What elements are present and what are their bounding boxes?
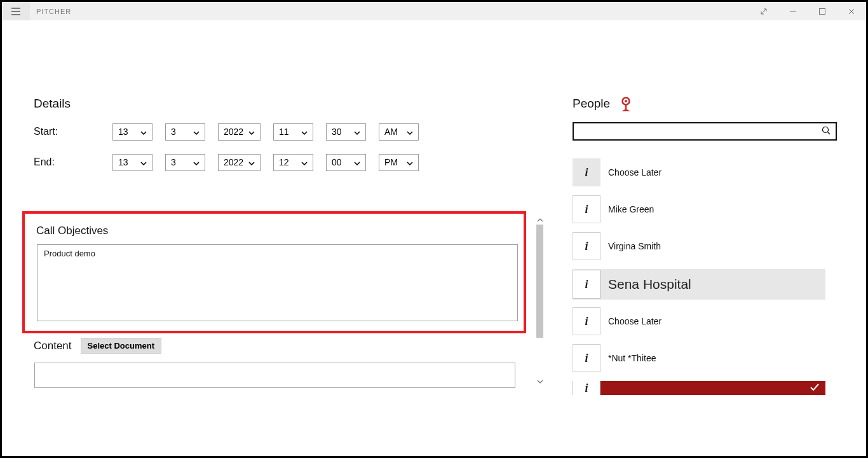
info-icon[interactable]: i (573, 381, 600, 395)
end-month-value: 3 (171, 157, 176, 167)
svg-rect-0 (820, 8, 825, 14)
app-title: PITCHER (30, 8, 71, 15)
people-item-label: Choose Later (608, 167, 661, 177)
call-objectives-heading: Call Objectives (36, 225, 108, 237)
details-pane: Details Start: 13 3 2022 11 30 AM End: 1… (34, 97, 542, 183)
close-icon[interactable] (837, 2, 866, 20)
start-month-select[interactable]: 3 (165, 123, 205, 141)
location-pin-icon (619, 97, 633, 111)
chevron-down-icon (193, 127, 200, 137)
fullscreen-icon[interactable] (749, 2, 778, 20)
people-search-input[interactable] (579, 127, 822, 137)
call-objectives-textarea[interactable]: Product demo (37, 244, 518, 321)
end-year-select[interactable]: 2022 (218, 154, 261, 171)
people-list: i Choose Later i Mike Green i Virgina Sm… (573, 158, 825, 395)
people-item-choose-later[interactable]: i Choose Later (573, 158, 825, 186)
info-icon[interactable]: i (573, 270, 600, 299)
start-year-value: 2022 (224, 127, 243, 137)
info-icon[interactable]: i (573, 307, 600, 335)
people-heading: People (573, 97, 610, 111)
people-item-label: *Nut *Thitee (608, 353, 656, 363)
chevron-down-icon (140, 157, 147, 167)
start-hour-value: 11 (279, 127, 289, 137)
content-heading: Content (34, 340, 72, 352)
end-minute-value: 00 (332, 157, 342, 167)
start-ampm-select[interactable]: AM (379, 123, 419, 141)
check-icon (810, 382, 819, 394)
chevron-down-icon (248, 127, 255, 137)
end-ampm-value: PM (384, 157, 398, 167)
menu-icon[interactable] (2, 2, 30, 20)
info-icon[interactable]: i (573, 195, 600, 223)
info-icon[interactable]: i (573, 158, 600, 186)
chevron-down-icon (354, 157, 360, 167)
scroll-down-icon[interactable] (535, 377, 545, 386)
chevron-down-icon (407, 127, 413, 137)
start-day-value: 13 (118, 127, 128, 137)
select-document-button[interactable]: Select Document (81, 338, 161, 354)
people-item-label: Choose Later (608, 316, 661, 326)
start-hour-select[interactable]: 11 (273, 123, 313, 141)
start-label: Start: (34, 126, 112, 137)
people-item-nut-thitee[interactable]: i *Nut *Thitee (573, 344, 825, 372)
end-day-value: 13 (118, 157, 128, 167)
start-month-value: 3 (171, 127, 176, 137)
people-item-choose-later-2[interactable]: i Choose Later (573, 307, 825, 335)
content-textarea[interactable] (34, 363, 515, 388)
start-day-select[interactable]: 13 (112, 123, 153, 141)
scroll-region: Call Objectives Product demo Content Sel… (22, 211, 545, 392)
end-hour-select[interactable]: 12 (273, 154, 313, 171)
people-item-mike-green[interactable]: i Mike Green (573, 195, 825, 223)
scroll-track[interactable] (535, 225, 545, 377)
info-icon[interactable]: i (573, 232, 600, 260)
chevron-down-icon (301, 127, 308, 137)
search-icon[interactable] (822, 126, 831, 137)
end-year-value: 2022 (224, 157, 243, 167)
end-row: End: 13 3 2022 12 00 PM (34, 153, 542, 172)
scroll-thumb[interactable] (536, 225, 543, 338)
chevron-down-icon (140, 127, 147, 137)
start-minute-select[interactable]: 30 (326, 123, 366, 141)
end-day-select[interactable]: 13 (112, 154, 153, 171)
scrollbar[interactable] (535, 215, 545, 386)
title-bar: PITCHER (2, 2, 866, 20)
svg-point-3 (823, 127, 829, 132)
chevron-down-icon (248, 157, 255, 167)
chevron-down-icon (193, 157, 200, 167)
chevron-down-icon (301, 157, 308, 167)
org-item-sena-hospital[interactable]: i Sena Hospital (573, 269, 825, 300)
people-item-virgina-smith[interactable]: i Virgina Smith (573, 232, 825, 260)
minimize-icon[interactable] (778, 2, 808, 20)
end-month-select[interactable]: 3 (165, 154, 205, 171)
chevron-down-icon (407, 157, 413, 167)
start-year-select[interactable]: 2022 (218, 123, 261, 141)
chevron-down-icon (354, 127, 360, 137)
people-item-label: Mike Green (608, 204, 654, 214)
people-pane: People (573, 97, 838, 395)
people-item-selected[interactable]: i (573, 381, 825, 395)
maximize-icon[interactable] (808, 2, 837, 20)
start-minute-value: 30 (332, 127, 342, 137)
people-search[interactable] (573, 122, 837, 141)
end-hour-value: 12 (279, 157, 289, 167)
people-item-label: Virgina Smith (608, 241, 661, 251)
start-row: Start: 13 3 2022 11 30 AM (34, 122, 542, 141)
info-icon[interactable]: i (573, 344, 600, 372)
start-ampm-value: AM (384, 127, 398, 137)
call-objectives-highlight: Call Objectives Product demo (22, 211, 526, 333)
end-ampm-select[interactable]: PM (379, 154, 419, 171)
details-heading: Details (34, 97, 542, 111)
scroll-up-icon[interactable] (535, 215, 545, 225)
org-item-label: Sena Hospital (608, 277, 691, 292)
call-objectives-value: Product demo (37, 245, 517, 262)
end-minute-select[interactable]: 00 (326, 154, 366, 171)
end-label: End: (34, 156, 112, 168)
svg-point-2 (625, 100, 627, 102)
